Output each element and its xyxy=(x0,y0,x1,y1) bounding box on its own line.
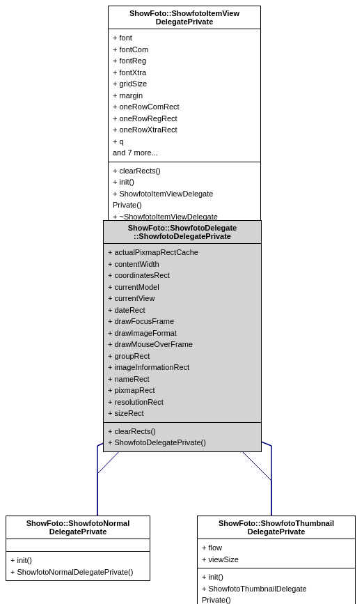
attr-currentview: + currentView xyxy=(108,293,257,304)
attr-actualpixmaprectcache: + actualPixmapRectCache xyxy=(108,247,257,258)
attr-gridsize: + gridSize xyxy=(113,78,256,90)
attr-sizerect: + sizeRect xyxy=(108,408,257,419)
attr-onerowxtrarect: + oneRowXtraRect xyxy=(113,124,256,136)
method-constructor: + ShowfotoItemViewDelegatePrivate() xyxy=(113,188,256,211)
attr-fontcom: + fontCom xyxy=(113,44,256,56)
method-init-thumbnail: + init() xyxy=(202,571,351,583)
showfoto-delegate-private-box: ShowFoto::ShowfotoDelegate::ShowfotoDele… xyxy=(103,220,262,452)
method-clearrects: + clearRects() xyxy=(113,165,256,177)
attr-more: and 7 more... xyxy=(113,147,256,159)
attr-drawimageformat: + drawImageFormat xyxy=(108,327,257,339)
item-view-delegate-private-attributes: + font + fontCom + fontReg + fontXtra + … xyxy=(109,29,260,162)
attr-onerowregrect: + oneRowRegRect xyxy=(113,113,256,125)
thumbnail-delegate-private-box: ShowFoto::ShowfotoThumbnailDelegatePriva… xyxy=(197,516,356,604)
method-constructor-thumbnail: + ShowfotoThumbnailDelegatePrivate() xyxy=(202,583,351,605)
attr-fontxtra: + fontXtra xyxy=(113,67,256,79)
attr-onerowcomrect: + oneRowComRect xyxy=(113,101,256,113)
normal-delegate-private-title: ShowFoto::ShowfotoNormalDelegatePrivate xyxy=(6,516,150,539)
method-init-normal: + init() xyxy=(10,555,145,566)
thumbnail-delegate-private-methods: + init() + ShowfotoThumbnailDelegatePriv… xyxy=(198,568,355,604)
attr-contentwidth: + contentWidth xyxy=(108,258,257,270)
method-clearrects2: + clearRects() xyxy=(108,426,257,437)
method-init: + init() xyxy=(113,176,256,188)
attr-resolutionrect: + resolutionRect xyxy=(108,396,257,408)
attr-margin: + margin xyxy=(113,90,256,102)
attr-daterect: + dateRect xyxy=(108,304,257,316)
normal-delegate-private-box: ShowFoto::ShowfotoNormalDelegatePrivate … xyxy=(6,516,150,581)
normal-delegate-private-methods: + init() + ShowfotoNormalDelegatePrivate… xyxy=(6,552,150,580)
method-constructor2: + ShowfotoDelegatePrivate() xyxy=(108,437,257,449)
attr-pixmaprect: + pixmapRect xyxy=(108,385,257,396)
attr-imageinformationrect: + imageInformationRect xyxy=(108,362,257,373)
attr-drawmouseoverframe: + drawMouseOverFrame xyxy=(108,339,257,350)
item-view-delegate-private-title: ShowFoto::ShowfotoItemView DelegatePriva… xyxy=(109,6,260,29)
attr-font: + font xyxy=(113,32,256,44)
normal-delegate-private-attributes xyxy=(6,539,150,552)
attr-flow: + flow xyxy=(202,542,351,554)
method-constructor-normal: + ShowfotoNormalDelegatePrivate() xyxy=(10,566,145,578)
attr-viewsize: + viewSize xyxy=(202,554,351,566)
attr-currentmodel: + currentModel xyxy=(108,281,257,293)
thumbnail-delegate-private-title: ShowFoto::ShowfotoThumbnailDelegatePriva… xyxy=(198,516,355,539)
attr-q: + q xyxy=(113,136,256,148)
attr-drawfocusframe: + drawFocusFrame xyxy=(108,316,257,327)
item-view-delegate-private-box: ShowFoto::ShowfotoItemView DelegatePriva… xyxy=(108,6,261,238)
thumbnail-delegate-private-attributes: + flow + viewSize xyxy=(198,539,355,568)
attr-coordinatesrect: + coordinatesRect xyxy=(108,270,257,281)
attr-fontreg: + fontReg xyxy=(113,55,256,67)
showfoto-delegate-private-title: ShowFoto::ShowfotoDelegate::ShowfotoDele… xyxy=(104,221,261,244)
showfoto-delegate-private-attributes: + actualPixmapRectCache + contentWidth +… xyxy=(104,244,261,423)
attr-grouprect: + groupRect xyxy=(108,350,257,362)
showfoto-delegate-private-methods: + clearRects() + ShowfotoDelegatePrivate… xyxy=(104,423,261,451)
attr-namerect: + nameRect xyxy=(108,373,257,385)
diagram-container: ShowFoto::ShowfotoItemView DelegatePriva… xyxy=(0,0,364,604)
